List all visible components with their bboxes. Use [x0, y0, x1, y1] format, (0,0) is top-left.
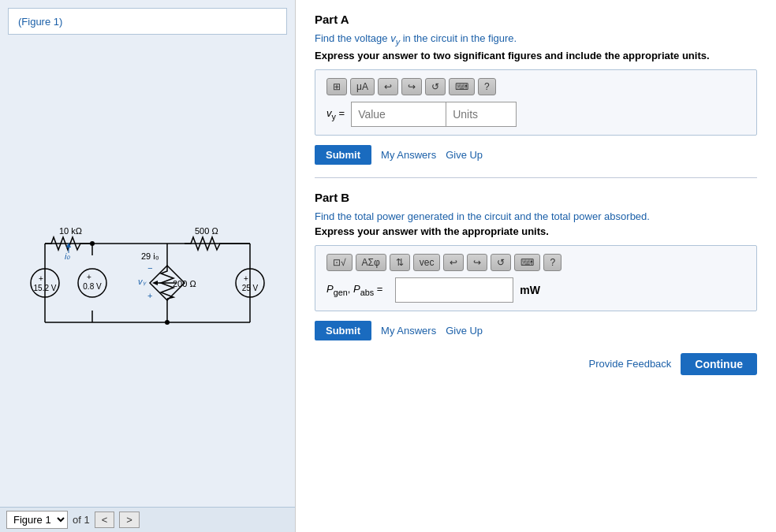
part-a-section: Part A Find the voltage vy in the circui… — [315, 13, 757, 165]
figure-nav: Figure 1 of 1 < > — [0, 507, 295, 532]
dep-source-label: 29 i₀ — [141, 251, 159, 261]
figure-link-box: (Figure 1) — [8, 8, 287, 35]
voltage-label: − — [147, 263, 153, 273]
footer-actions: Provide Feedback Continue — [315, 353, 757, 375]
part-a-instruction: Find the voltage vy in the circuit in th… — [315, 32, 757, 47]
part-b-section: Part B Find the total power generated in… — [315, 191, 757, 340]
part-b-submit-row: Submit My Answers Give Up — [315, 321, 757, 340]
svg-point-12 — [90, 241, 95, 246]
vy-label: vᵧ — [138, 277, 147, 286]
svg-text:25 V: 25 V — [242, 284, 259, 292]
figure-select[interactable]: Figure 1 — [6, 511, 68, 529]
circuit-diagram: 10 kΩ + 0.8 V i₀ 29 i₀ 500 Ω 200 Ω — [21, 196, 274, 354]
part-b-input-row: Pgen, Pabs = mW — [326, 277, 745, 303]
matrix2-btn[interactable]: ⊡√ — [326, 254, 353, 271]
part-b-input-label: Pgen, Pabs = — [326, 283, 382, 297]
part-a-submit-row: Submit My Answers Give Up — [315, 145, 757, 165]
resistor3-label: 200 Ω — [173, 279, 196, 288]
svg-text:15.2 V: 15.2 V — [34, 284, 57, 292]
part-b-title: Part B — [315, 191, 757, 204]
section-divider — [315, 177, 757, 178]
part-b-submit-btn[interactable]: Submit — [315, 321, 371, 340]
matrix-icon-btn[interactable]: ⊞ — [326, 78, 347, 95]
part-b-value-input[interactable] — [395, 277, 513, 303]
provide-feedback-link[interactable]: Provide Feedback — [589, 358, 672, 370]
prev-figure-btn[interactable]: < — [95, 512, 115, 528]
help-btn[interactable]: ? — [478, 78, 496, 95]
aze-btn[interactable]: ΑΣφ — [356, 254, 386, 271]
part-a-input-label: vy = — [326, 107, 345, 121]
reset-btn[interactable]: ↺ — [425, 78, 446, 95]
part-a-input-row: vy = — [326, 102, 745, 127]
reset2-btn[interactable]: ↺ — [491, 254, 511, 271]
svg-text:+: + — [244, 274, 248, 283]
vec-btn[interactable]: vec — [413, 254, 441, 271]
resistor1-label: 10 kΩ — [59, 226, 82, 236]
svg-point-22 — [165, 320, 170, 325]
continue-btn[interactable]: Continue — [681, 353, 757, 375]
figure-of-label: of 1 — [73, 514, 90, 526]
part-b-answer-box: ⊡√ ΑΣφ ⇅ vec ↩ ↪ ↺ ⌨ ? Pgen, Pabs = mW — [315, 245, 757, 311]
part-a-submit-btn[interactable]: Submit — [315, 145, 371, 165]
current-label: i₀ — [65, 251, 70, 261]
right-panel: Part A Find the voltage vy in the circui… — [296, 0, 776, 532]
figure-link[interactable]: (Figure 1) — [18, 16, 62, 28]
part-b-note: Express your answer with the appropriate… — [315, 225, 757, 237]
redo-btn[interactable]: ↪ — [401, 78, 422, 95]
part-b-my-answers-link[interactable]: My Answers — [381, 325, 436, 337]
voltage-plus: + — [147, 291, 152, 300]
part-a-answer-box: ⊞ μA ↩ ↪ ↺ ⌨ ? vy = — [315, 69, 757, 136]
mu-btn[interactable]: μA — [350, 78, 375, 95]
part-a-my-answers-link[interactable]: My Answers — [381, 149, 436, 161]
svg-marker-15 — [152, 281, 158, 285]
arrows-btn[interactable]: ⇅ — [390, 254, 410, 271]
part-b-give-up-link[interactable]: Give Up — [446, 325, 483, 337]
part-b-toolbar: ⊡√ ΑΣφ ⇅ vec ↩ ↪ ↺ ⌨ ? — [326, 254, 745, 271]
svg-text:+: + — [39, 274, 43, 283]
part-a-give-up-link[interactable]: Give Up — [446, 149, 483, 161]
keyboard-btn[interactable]: ⌨ — [449, 78, 475, 95]
part-b-unit-suffix: mW — [520, 284, 540, 296]
undo-btn[interactable]: ↩ — [378, 78, 398, 95]
redo2-btn[interactable]: ↪ — [467, 254, 487, 271]
part-a-toolbar: ⊞ μA ↩ ↪ ↺ ⌨ ? — [326, 78, 745, 95]
circuit-area: 10 kΩ + 0.8 V i₀ 29 i₀ 500 Ω 200 Ω — [0, 43, 295, 507]
svg-text:0.8 V: 0.8 V — [83, 282, 102, 291]
part-a-title: Part A — [315, 13, 757, 26]
next-figure-btn[interactable]: > — [119, 512, 140, 528]
svg-text:+: + — [87, 273, 91, 281]
keyboard2-btn[interactable]: ⌨ — [514, 254, 540, 271]
part-b-instruction: Find the total power generated in the ci… — [315, 210, 757, 222]
part-a-note: Express your answer to two significant f… — [315, 50, 757, 61]
part-a-units-input[interactable] — [446, 102, 517, 127]
resistor2-label: 500 Ω — [195, 226, 218, 236]
undo2-btn[interactable]: ↩ — [443, 254, 464, 271]
left-panel: (Figure 1) 10 kΩ + 0.8 — [0, 0, 296, 532]
help2-btn[interactable]: ? — [543, 254, 561, 271]
part-a-value-input[interactable] — [351, 102, 446, 127]
